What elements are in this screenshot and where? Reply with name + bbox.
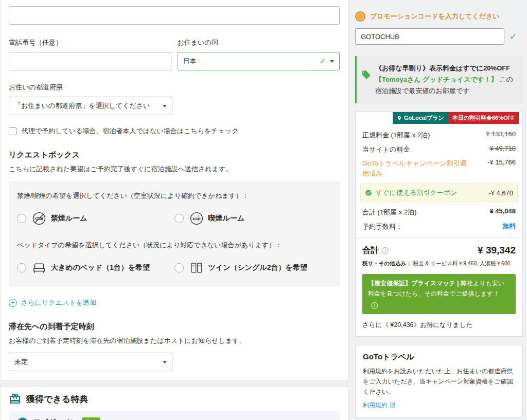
add-request-label: さらにリクエストを追加 [21, 298, 96, 307]
price-row-label: 当サイトの料金 [362, 144, 410, 155]
price-row-goto-discount: GoToトラベルキャンペーン割引適用済み -¥ 15,766 [362, 158, 516, 178]
tax-note-bold: 税サ・その他込み： [362, 260, 411, 266]
chevron-down-icon [163, 105, 167, 107]
goto-travel-title: GoToトラベル [363, 352, 515, 362]
promo-section: プロモーションコードを入力してください [355, 11, 523, 45]
arrival-title: 滞在先への到着予定時刻 [9, 322, 340, 332]
included-badge: 込み [82, 417, 100, 420]
price-summary-card: GoLocalプラン 本日の割引料金66%OFF 正規料金 (1部屋 x 2泊)… [355, 112, 523, 336]
grand-total-value: ¥ 39,342 [478, 245, 516, 256]
info-icon[interactable] [371, 302, 378, 309]
divider [356, 238, 522, 238]
smoking-label: 喫煙ルーム [208, 214, 245, 223]
goto-travel-description: 利用規約をお読みいただいた上、お住まいの都道府県をご入力いただき、当キャンペーン… [363, 366, 515, 397]
smoking-option[interactable]: 喫煙ルーム [174, 212, 332, 225]
chevron-down-icon [163, 361, 167, 363]
radio-icon[interactable] [174, 263, 184, 272]
phone-label: 電話番号（任意） [9, 38, 171, 47]
plus-icon [9, 299, 17, 307]
tax-note-rest: 税金 & サービス料￥9,460, 入湯税￥600 [411, 260, 510, 266]
price-row-value: -¥ 15,766 [487, 158, 516, 166]
agoda-coin-icon [17, 417, 28, 420]
prefecture-select[interactable]: 「お住まいの都道府県」を選択してください [9, 97, 172, 115]
twin-bed-option[interactable]: ツイン（シングル2台）を希望 [174, 261, 332, 275]
benefits-title: 獲得できる特典 [26, 393, 88, 405]
twin-bed-label: ツイン（シングル2台）を希望 [208, 263, 307, 272]
goto-travel-card: GoToトラベル 利用規約をお読みいただいた上、お住まいの都道府県をご入力いただ… [355, 345, 523, 417]
proxy-checkbox-label: 代理で予約している場合、宿泊者本人ではない場合はこちらをチェック [22, 126, 238, 136]
early-bird-line1: 《お得な早割り》表示料金はすでに20%OFF [375, 64, 510, 72]
todays-discount-badge: 本日の割引料金66%OFF [448, 112, 519, 124]
price-row-label: 正規料金 (1部屋 x 2泊) [362, 130, 430, 140]
arrival-subtitle: お客様のご到着予定時刻を滞在先の宿泊施設またはホストにお知らせします。 [9, 336, 340, 345]
early-bird-banner: 《お得な早割り》表示料金はすでに20%OFF 【Tomoyaさん グッドチョイス… [355, 56, 523, 103]
booking-page: 電話番号（任意） お住まいの国 日本 お住いの都道府県 「お住まいの都道府県」を… [0, 0, 527, 420]
golocal-plan-badge: GoLocalプラン [393, 112, 448, 124]
price-sidebar: プロモーションコードを入力してください 《お得な早割り》表示料金はすでに20%O… [355, 0, 527, 417]
guest-details-card: 電話番号（任意） お住まいの国 日本 お住いの都道府県 「お住まいの都道府県」を… [0, 0, 348, 381]
twin-beds-icon [190, 261, 203, 275]
arrival-time-select[interactable]: 未定 [9, 353, 172, 371]
grand-total-row: 合計 ¥ 39,342 [362, 245, 516, 256]
coupon-row: すぐに使える割引クーポン -¥ 4,670 [360, 184, 518, 202]
savings-note: さらに《 ¥20,436》お得になりました [362, 321, 516, 330]
location-pin-icon [397, 116, 402, 121]
proxy-booking-checkbox-row[interactable]: 代理で予約している場合、宿泊者本人ではない場合はこちらをチェック [9, 126, 340, 136]
no-smoking-option[interactable]: 禁煙ルーム [17, 212, 174, 225]
no-smoking-icon [32, 212, 46, 225]
price-match-banner: 【最安値保証】プライスマッチ | 弊社よりも安い料金を見つけたら、その料金でご提… [362, 274, 516, 314]
price-row-regular: 正規料金 (1部屋 x 2泊) ¥ 133,160 [362, 130, 516, 140]
radio-icon[interactable] [17, 214, 26, 223]
agoda-coins-name: アゴダコイン [33, 418, 78, 420]
price-row-value: 無料 [502, 222, 516, 231]
price-row-site: 当サイトの料金 ¥ 49,718 [362, 144, 516, 155]
terms-link[interactable]: 利用規約 [363, 401, 396, 410]
price-row-value: ¥ 133,160 [486, 130, 516, 138]
agoda-coins-panel: アゴダコイン 込み アゴダコイン￥2,204は、チェックアウト後7日以降にお客様… [9, 411, 340, 420]
country-value: 日本 [183, 57, 320, 66]
price-row-label: 合計 (1部屋 x 2泊) [362, 207, 416, 217]
bed-type-question: ベッドタイプの希望を選択してください（状況により対応できない場合があります）： [17, 241, 331, 250]
price-row-label: 予約手数料： [362, 222, 402, 232]
arrival-time-value: 未定 [14, 357, 159, 367]
promo-code-input[interactable] [355, 28, 504, 45]
country-label: お住まいの国 [178, 38, 340, 47]
benefits-card: 獲得できる特典 アゴダコイン 込み アゴダコイン￥2,204は、チェックアウト後… [0, 386, 348, 420]
terms-link-label: 利用規約 [363, 401, 388, 410]
promo-coin-icon [355, 11, 365, 22]
smoking-question: 禁煙/喫煙の希望を選択してください（空室状況により確約できかねます）： [17, 191, 331, 200]
chevron-down-icon [330, 60, 334, 63]
prefecture-label: お住いの都道府県 [9, 83, 340, 92]
checkbox-icon[interactable] [9, 127, 16, 135]
coupon-value: -¥ 4,670 [488, 189, 513, 197]
smoking-icon [190, 212, 203, 225]
radio-icon[interactable] [174, 214, 184, 223]
check-circle-icon [365, 189, 372, 196]
phone-input[interactable] [9, 52, 171, 70]
promo-label: プロモーションコードを入力してください [370, 12, 500, 21]
tax-note: 税サ・その他込み： 税金 & サービス料￥9,460, 入湯税￥600 [362, 260, 516, 267]
price-match-bold: 【最安値保証】プライスマッチ | [368, 280, 459, 287]
price-row-subtotal: 合計 (1部屋 x 2泊) ¥ 45,048 [362, 207, 516, 217]
info-icon[interactable] [382, 247, 389, 254]
price-row-booking-fee: 予約手数料： 無料 [362, 222, 516, 232]
tag-icon [361, 70, 371, 97]
gift-icon [9, 393, 21, 405]
price-row-value: ¥ 45,048 [489, 207, 516, 215]
grand-total-label: 合計 [362, 245, 379, 256]
big-bed-label: 大きめのベッド（1台）を希望 [51, 263, 150, 272]
request-box-title: リクエストボックス [9, 150, 340, 160]
big-bed-option[interactable]: 大きめのベッド（1台）を希望 [17, 261, 174, 275]
golocal-plan-label: GoLocalプラン [404, 114, 444, 122]
early-bird-highlight: 【Tomoyaさん グッドチョイスです！】 [375, 76, 498, 83]
special-requests-panel: 禁煙/喫煙の希望を選択してください（空室状況により確約できかねます）： [9, 181, 340, 287]
radio-icon[interactable] [17, 263, 26, 272]
name-input[interactable] [9, 6, 340, 25]
prefecture-placeholder: 「お住まいの都道府県」を選択してください [14, 101, 159, 111]
request-box-subtitle: こちらに記載された要望はご予約完了後すぐに宿泊施設へ送信されます。 [9, 165, 340, 174]
valid-check-icon [319, 57, 326, 66]
price-row-value: ¥ 49,718 [489, 144, 516, 152]
country-select[interactable]: 日本 [178, 52, 340, 70]
todays-discount-label: 本日の割引料金66%OFF [452, 114, 515, 122]
add-request-link[interactable]: さらにリクエストを追加 [9, 298, 340, 307]
